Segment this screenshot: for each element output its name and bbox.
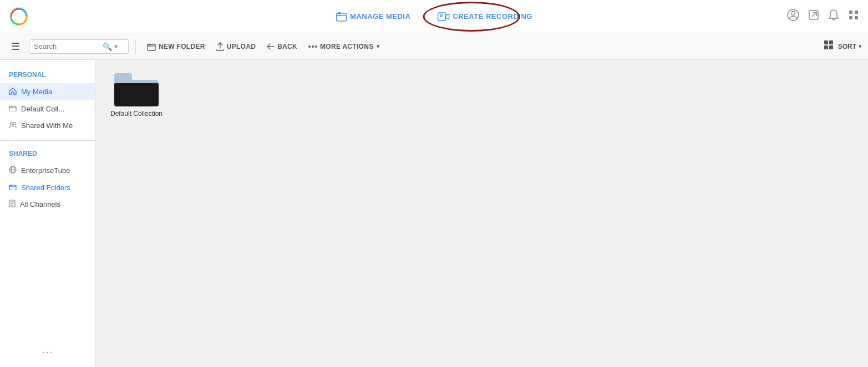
svg-point-0: [9, 7, 28, 26]
content-area: Default Collection: [95, 60, 868, 367]
new-folder-button[interactable]: NEW FOLDER: [143, 40, 210, 53]
toolbar-right: SORT ▾: [824, 40, 861, 53]
search-icon: 🔍: [103, 42, 112, 51]
new-folder-icon: [147, 42, 156, 51]
back-button[interactable]: BACK: [262, 40, 302, 53]
svg-point-14: [312, 45, 314, 48]
toolbar: ☰ 🔍 ▾ NEW FOLDER UPLOAD BACK MO: [0, 33, 868, 60]
manage-media-icon: [336, 12, 347, 22]
apps-grid-button[interactable]: [848, 9, 859, 23]
create-recording-icon: [437, 12, 449, 22]
svg-point-21: [11, 123, 13, 125]
svg-point-13: [308, 45, 311, 48]
folder-grid: Default Collection: [109, 73, 855, 118]
folder-icon: [114, 73, 159, 106]
svg-rect-2: [338, 12, 341, 14]
home-icon: [9, 87, 17, 96]
hamburger-button[interactable]: ☰: [7, 38, 24, 55]
view-toggle-button[interactable]: [824, 40, 834, 53]
create-recording-wrapper: CREATE RECORDING: [433, 9, 537, 24]
svg-point-15: [315, 45, 317, 48]
svg-rect-16: [824, 40, 828, 44]
svg-rect-18: [824, 45, 828, 49]
svg-rect-11: [855, 16, 858, 19]
profile-button[interactable]: [787, 9, 799, 24]
search-dropdown-icon[interactable]: ▾: [114, 43, 118, 50]
folder-item-default-collection[interactable]: Default Collection: [109, 73, 164, 118]
svg-rect-17: [829, 40, 833, 44]
svg-rect-10: [849, 16, 852, 19]
search-input[interactable]: [34, 42, 100, 50]
shared-with-me-icon: [9, 121, 17, 130]
create-recording-button[interactable]: CREATE RECORDING: [433, 9, 537, 24]
sidebar: PERSONAL My Media Default Coll...: [0, 60, 95, 367]
external-link-button[interactable]: [808, 9, 819, 23]
sidebar-item-default-collection[interactable]: Default Coll...: [0, 100, 95, 117]
upload-icon: [216, 42, 224, 51]
sidebar-item-my-media[interactable]: My Media: [0, 83, 95, 100]
profile-icon: [787, 9, 799, 21]
shared-folders-icon: [9, 183, 17, 192]
svg-point-22: [13, 123, 16, 125]
top-nav: MANAGE MEDIA CREATE RECORDING: [0, 0, 868, 33]
notifications-button[interactable]: [828, 9, 839, 24]
manage-media-button[interactable]: MANAGE MEDIA: [331, 9, 415, 24]
channels-icon: [9, 200, 16, 209]
back-icon: [267, 43, 275, 50]
top-nav-right: [787, 9, 859, 24]
svg-rect-9: [855, 11, 858, 14]
shared-section-label: SHARED: [0, 147, 95, 162]
more-actions-chevron-icon: ▾: [377, 43, 379, 49]
bell-icon: [828, 9, 839, 21]
sidebar-item-shared-with-me[interactable]: Shared With Me: [0, 117, 95, 134]
sidebar-item-all-channels[interactable]: All Channels: [0, 196, 95, 213]
personal-section-label: PERSONAL: [0, 69, 95, 83]
app-logo[interactable]: [9, 7, 29, 27]
main-container: PERSONAL My Media Default Coll...: [0, 60, 868, 367]
svg-rect-1: [336, 13, 346, 21]
svg-rect-19: [829, 45, 833, 49]
apps-grid-icon: [848, 9, 859, 21]
toolbar-divider-1: [135, 39, 136, 54]
sidebar-item-enterprise-tube[interactable]: EnterpriseTube: [0, 162, 95, 179]
folder-icon: [9, 104, 17, 113]
external-link-icon: [808, 9, 819, 21]
more-actions-icon: [308, 45, 317, 48]
top-nav-left: [9, 7, 29, 27]
svg-point-6: [791, 12, 795, 16]
sidebar-collapse-dots[interactable]: ⋮: [41, 347, 54, 358]
svg-rect-8: [849, 11, 852, 14]
search-box: 🔍 ▾: [29, 39, 129, 54]
sidebar-divider: [0, 140, 95, 141]
sidebar-item-shared-folders[interactable]: Shared Folders: [0, 179, 95, 196]
sort-chevron-icon: ▾: [859, 43, 861, 49]
more-actions-button[interactable]: MORE ACTIONS ▾: [304, 40, 384, 53]
top-nav-center: MANAGE MEDIA CREATE RECORDING: [331, 9, 537, 24]
globe-icon: [9, 166, 17, 175]
grid-view-icon: [824, 40, 834, 50]
upload-button[interactable]: UPLOAD: [212, 40, 260, 53]
sort-button[interactable]: SORT ▾: [838, 43, 861, 50]
